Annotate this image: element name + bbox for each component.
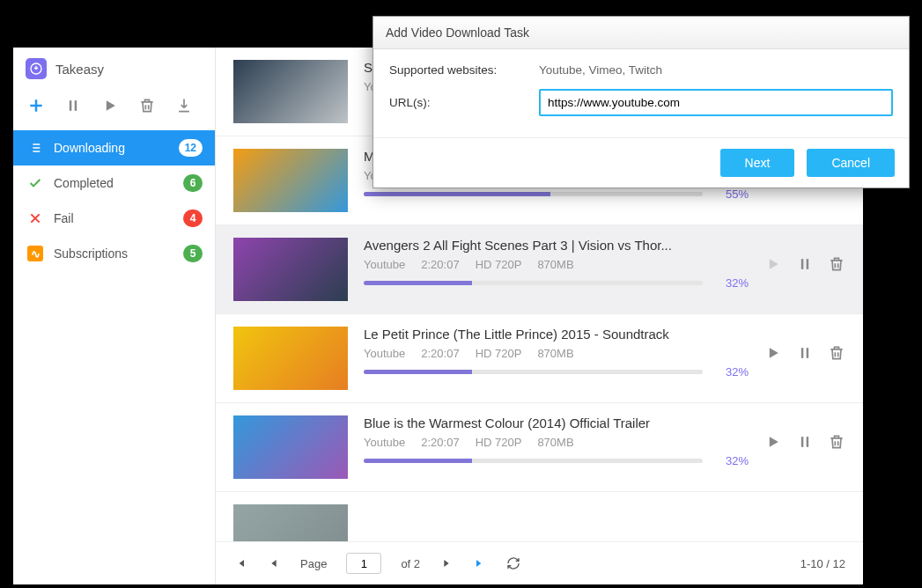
prev-page-button[interactable] — [267, 556, 281, 570]
video-quality: HD 720P — [476, 258, 522, 271]
pager: Page of 2 1-10 / 12 — [216, 541, 863, 584]
video-duration: 2:20:07 — [421, 258, 459, 271]
badge: 12 — [179, 139, 203, 157]
video-size: 870MB — [537, 347, 573, 360]
video-title: Blue is the Warmest Colour (2014) Offici… — [364, 415, 749, 430]
play-icon[interactable] — [764, 433, 782, 454]
video-info: Youtube2:20:07HD 720P870MB — [364, 258, 749, 271]
progress-percent: 32% — [713, 276, 749, 290]
progress: 32% — [364, 365, 749, 379]
last-page-button[interactable] — [473, 556, 487, 570]
svg-rect-5 — [801, 348, 804, 358]
video-source: Youtube — [364, 347, 405, 360]
trash-icon[interactable] — [828, 344, 845, 365]
resume-all-button[interactable] — [98, 93, 122, 118]
supported-websites-label: Supported websites: — [389, 63, 539, 77]
video-duration: 2:20:07 — [421, 347, 459, 360]
sidebar-item-completed[interactable]: Completed 6 — [13, 165, 215, 201]
video-info: Youtube2:20:07HD 720P870MB — [364, 347, 749, 360]
sidebar-item-label: Downloading — [54, 141, 179, 155]
download-meta: Blue is the Warmest Colour (2014) Offici… — [364, 415, 749, 467]
sidebar-header: Takeasy — [13, 48, 215, 93]
badge: 5 — [183, 245, 203, 262]
svg-rect-7 — [801, 437, 804, 447]
badge: 6 — [183, 174, 203, 192]
page-number-input[interactable] — [346, 553, 381, 574]
dialog-footer: Next Cancel — [373, 137, 909, 187]
next-button[interactable]: Next — [720, 149, 795, 177]
rss-icon: ∿ — [26, 246, 45, 261]
video-quality: HD 720P — [476, 436, 522, 449]
sidebar-item-downloading[interactable]: Downloading 12 — [13, 130, 215, 165]
progress-percent: 32% — [713, 454, 749, 467]
app-logo-icon — [26, 58, 47, 79]
add-task-dialog: Add Video Download Task Supported websit… — [372, 16, 910, 188]
sidebar-item-label: Fail — [54, 211, 183, 225]
progress-bar — [364, 192, 703, 196]
urls-label: URL(s): — [389, 96, 539, 109]
sidebar-item-subscriptions[interactable]: ∿ Subscriptions 5 — [13, 236, 215, 271]
sidebar-item-label: Completed — [54, 176, 183, 190]
first-page-button[interactable] — [233, 556, 247, 570]
download-row[interactable] — [216, 492, 863, 541]
progress-percent: 55% — [713, 187, 749, 201]
progress: 32% — [364, 276, 749, 290]
video-thumbnail — [233, 504, 348, 541]
row-actions — [764, 327, 845, 365]
trash-icon[interactable] — [828, 255, 845, 276]
progress-bar — [364, 281, 703, 285]
delete-all-button[interactable] — [135, 93, 159, 118]
video-quality: HD 720P — [476, 347, 522, 360]
video-title: Avengers 2 All Fight Scenes Part 3 | Vis… — [364, 238, 749, 253]
progress: 32% — [364, 454, 749, 467]
download-all-button[interactable] — [172, 93, 196, 118]
download-row[interactable]: Le Petit Prince (The Little Prince) 2015… — [216, 314, 863, 403]
video-size: 870MB — [537, 258, 573, 271]
sidebar-item-label: Subscriptions — [54, 246, 183, 261]
next-page-button[interactable] — [439, 556, 454, 570]
svg-rect-8 — [807, 437, 809, 447]
row-actions — [764, 415, 845, 454]
dialog-title: Add Video Download Task — [373, 17, 909, 49]
svg-rect-2 — [75, 100, 77, 111]
video-info: Youtube2:20:07HD 720P870MB — [364, 436, 749, 449]
svg-rect-1 — [70, 100, 72, 111]
download-row[interactable]: Avengers 2 All Fight Scenes Part 3 | Vis… — [216, 225, 863, 314]
refresh-button[interactable] — [506, 556, 520, 570]
video-thumbnail — [233, 238, 348, 301]
download-row[interactable]: Blue is the Warmest Colour (2014) Offici… — [216, 403, 863, 492]
video-thumbnail — [233, 415, 348, 479]
add-button[interactable] — [24, 93, 48, 118]
pager-of-label: of 2 — [401, 557, 420, 570]
video-thumbnail — [233, 327, 348, 390]
sidebar-item-fail[interactable]: Fail 4 — [13, 201, 215, 236]
progress: 55% — [364, 187, 749, 201]
pause-icon[interactable] — [796, 433, 814, 454]
video-source: Youtube — [364, 436, 405, 449]
play-icon[interactable] — [764, 344, 782, 365]
video-source: Youtube — [364, 258, 405, 271]
pager-page-label: Page — [300, 557, 327, 570]
x-icon — [26, 211, 45, 225]
video-size: 870MB — [537, 436, 573, 449]
pager-range: 1-10 / 12 — [800, 557, 845, 570]
check-icon — [26, 176, 45, 190]
progress-bar — [364, 370, 703, 374]
play-icon[interactable] — [764, 255, 782, 276]
trash-icon[interactable] — [828, 433, 845, 454]
url-input[interactable] — [539, 89, 893, 116]
sidebar: Takeasy Downloading 12 Completed 6 Fail — [13, 48, 216, 584]
video-thumbnail — [233, 149, 348, 212]
progress-percent: 32% — [713, 365, 749, 379]
pause-icon[interactable] — [796, 255, 814, 276]
cancel-button[interactable]: Cancel — [807, 149, 895, 177]
download-meta — [364, 504, 830, 510]
pause-icon[interactable] — [796, 344, 814, 365]
sidebar-toolbar — [13, 93, 215, 130]
pause-all-button[interactable] — [61, 93, 85, 118]
video-thumbnail — [233, 60, 348, 123]
video-title: Le Petit Prince (The Little Prince) 2015… — [364, 327, 749, 342]
video-duration: 2:20:07 — [421, 436, 459, 449]
svg-rect-3 — [801, 259, 804, 269]
download-meta: Avengers 2 All Fight Scenes Part 3 | Vis… — [364, 238, 749, 290]
